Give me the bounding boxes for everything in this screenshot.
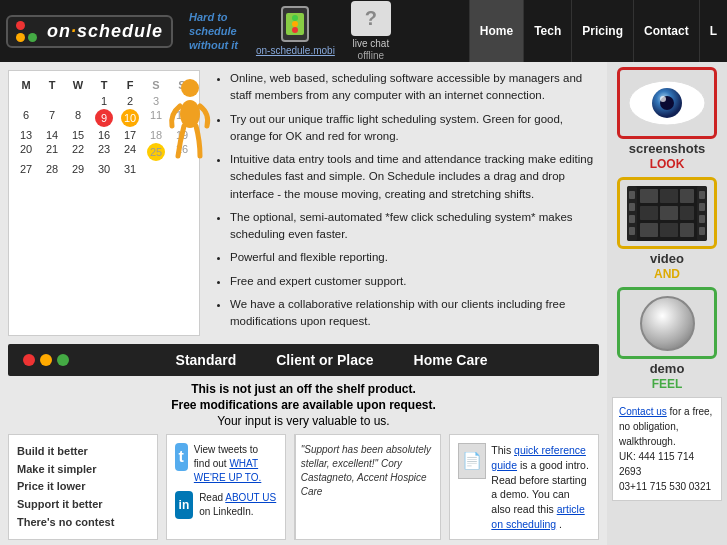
bar-dot-red — [23, 354, 35, 366]
contact-box: Contact us for a free, no obligation, wa… — [612, 397, 722, 501]
svg-rect-25 — [680, 223, 694, 237]
tagline-line3: Your input is very valuable to us. — [8, 414, 599, 428]
demo-box — [617, 287, 717, 359]
feature-item: Free and expert customer support. — [230, 273, 599, 290]
card-social: t View tweets to find out WHAT WE'RE UP … — [175, 443, 277, 519]
demo-label: demo — [650, 361, 685, 376]
tagline-line2: Free modifications are available upon re… — [8, 398, 599, 412]
nav-home[interactable]: Home — [469, 0, 523, 62]
contact-phone1: UK: 444 115 714 2693 — [619, 451, 694, 477]
linkedin-icon: in — [175, 491, 193, 519]
nav-contact[interactable]: Contact — [633, 0, 699, 62]
calendar-section: M T W T F S S 12 3 678 — [8, 70, 200, 336]
svg-rect-10 — [629, 203, 635, 211]
about-link[interactable]: ABOUT US — [225, 492, 276, 503]
svg-rect-21 — [660, 206, 678, 220]
sidebar-video[interactable]: video AND — [612, 177, 722, 281]
feature-item: The optional, semi-automated *few click … — [230, 209, 599, 244]
logo-box: on·schedule — [6, 15, 173, 48]
svg-rect-11 — [629, 215, 635, 223]
screenshots-label: screenshots — [629, 141, 706, 156]
top-section: M T W T F S S 12 3 678 — [8, 70, 599, 336]
logo-text: on·schedule — [47, 21, 163, 42]
product-bar: Standard Client or Place Home Care — [8, 344, 599, 376]
phone-dot-red — [292, 27, 298, 33]
bottom-cards: Build it better Make it simpler Price it… — [8, 434, 599, 540]
feature-item: Online, web based, scheduling software a… — [230, 70, 599, 105]
mobi-label[interactable]: on-schedule.mobi — [256, 45, 335, 56]
product-homecare: Home Care — [414, 352, 488, 368]
card-3: "Support has been absolutely stellar, ex… — [294, 434, 442, 540]
sidebar-demo[interactable]: demo FEEL — [612, 287, 722, 391]
chat-icon[interactable] — [351, 1, 391, 36]
contact-phone2: 03+11 715 530 0321 — [619, 481, 711, 492]
dot-yellow — [16, 33, 25, 42]
tagline: Hard to schedule without it — [179, 10, 248, 53]
nav-links: Home Tech Pricing Contact L — [469, 0, 727, 62]
video-label: video — [650, 251, 684, 266]
demo-circle — [640, 296, 695, 351]
product-client: Client or Place — [276, 352, 373, 368]
chat-label: live chat offline — [353, 38, 390, 62]
bar-dot-yellow — [40, 354, 52, 366]
svg-rect-16 — [699, 227, 705, 235]
film-icon — [622, 181, 712, 246]
human-figure — [162, 76, 217, 171]
nav-tech[interactable]: Tech — [523, 0, 571, 62]
video-box — [617, 177, 717, 249]
top-nav: on·schedule Hard to schedule without it … — [0, 0, 727, 62]
svg-rect-19 — [680, 189, 694, 203]
tagline-section: This is not just an off the shelf produc… — [8, 382, 599, 428]
content-area: M T W T F S S 12 3 678 — [0, 62, 607, 545]
nav-last[interactable]: L — [699, 0, 727, 62]
guide-text: This quick reference guide is a good int… — [491, 443, 590, 531]
feature-item: We have a collaborative relationship wit… — [230, 296, 599, 331]
sidebar-screenshots[interactable]: screenshots LOOK — [612, 67, 722, 171]
bar-dot-green — [57, 354, 69, 366]
card-2: t View tweets to find out WHAT WE'RE UP … — [166, 434, 286, 540]
phone-screen — [286, 13, 304, 35]
guide-icon: 📄 — [458, 443, 486, 479]
card-1: Build it better Make it simpler Price it… — [8, 434, 158, 540]
demo-accent: FEEL — [652, 377, 683, 391]
svg-rect-14 — [699, 203, 705, 211]
svg-rect-22 — [680, 206, 694, 220]
svg-rect-23 — [640, 223, 658, 237]
phone-icon — [281, 6, 309, 42]
svg-rect-15 — [699, 215, 705, 223]
nav-pricing[interactable]: Pricing — [571, 0, 633, 62]
features-list: Online, web based, scheduling software a… — [210, 70, 599, 336]
mobi-area: on-schedule.mobi — [248, 6, 343, 56]
dot-red — [16, 21, 25, 30]
eye-icon — [622, 71, 712, 136]
product-names: Standard Client or Place Home Care — [79, 352, 584, 368]
svg-point-5 — [660, 96, 666, 102]
twitter-icon: t — [175, 443, 188, 471]
card2-about: Read ABOUT US on LinkedIn. — [199, 491, 277, 519]
dot-green — [28, 33, 37, 42]
feature-item: Try out our unique traffic light schedul… — [230, 111, 599, 146]
svg-point-0 — [181, 79, 199, 97]
main-wrapper: M T W T F S S 12 3 678 — [0, 62, 727, 545]
svg-rect-20 — [640, 206, 658, 220]
svg-rect-18 — [660, 189, 678, 203]
bar-dots — [23, 354, 69, 366]
svg-rect-12 — [629, 227, 635, 235]
contact-link[interactable]: Contact us — [619, 406, 667, 417]
card2-text: View tweets to find out WHAT WE'RE UP TO… — [194, 443, 277, 485]
offline-label: offline — [358, 50, 385, 61]
card-4: 📄 This quick reference guide is a good i… — [449, 434, 599, 540]
logo-dots — [16, 21, 37, 42]
video-accent: AND — [654, 267, 680, 281]
feature-item: Powerful and flexible reporting. — [230, 249, 599, 266]
svg-rect-24 — [660, 223, 678, 237]
tagline-line1: This is not just an off the shelf produc… — [8, 382, 599, 396]
feature-item: Intuitive data entry tools and time and … — [230, 151, 599, 203]
svg-rect-9 — [629, 191, 635, 199]
svg-rect-13 — [699, 191, 705, 199]
logo-area: on·schedule — [0, 15, 179, 48]
chat-area: live chat offline — [343, 1, 399, 62]
svg-rect-17 — [640, 189, 658, 203]
right-sidebar: screenshots LOOK — [607, 62, 727, 545]
product-standard: Standard — [176, 352, 237, 368]
